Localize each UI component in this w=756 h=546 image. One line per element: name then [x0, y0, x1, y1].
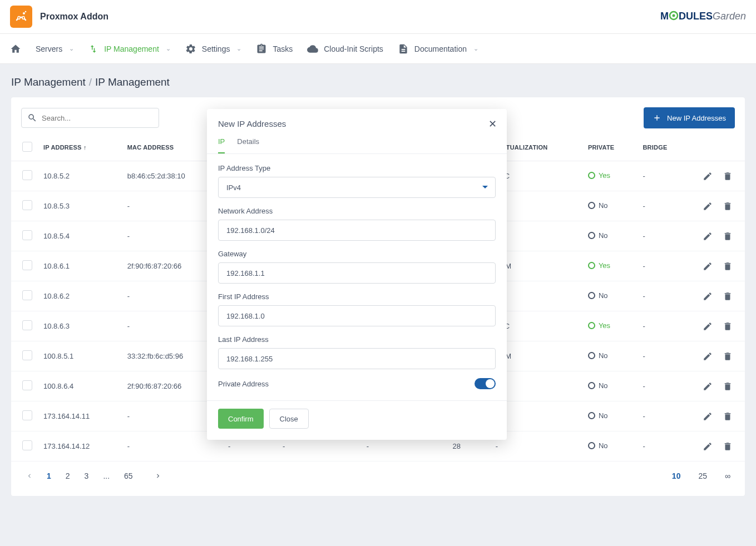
nav-settings[interactable]: Settings⌄ [185, 43, 242, 54]
nav-tasks[interactable]: Tasks [256, 43, 293, 54]
close-icon[interactable]: ✕ [488, 118, 497, 130]
svg-point-2 [18, 17, 20, 19]
col-private[interactable]: PRIVATE [582, 134, 638, 161]
confirm-button[interactable]: Confirm [218, 409, 264, 429]
delete-icon[interactable] [723, 171, 733, 181]
nav-home[interactable] [10, 43, 21, 54]
cell-private: No [582, 341, 638, 371]
row-checkbox[interactable] [22, 350, 32, 360]
gateway-label: Gateway [218, 250, 496, 258]
app-title: Proxmox Addon [40, 12, 108, 22]
cell-bridge: - [637, 341, 689, 371]
row-checkbox[interactable] [22, 320, 32, 330]
svg-point-0 [23, 12, 25, 14]
select-all-checkbox[interactable] [22, 142, 32, 152]
private-toggle[interactable] [475, 378, 496, 389]
page-3[interactable]: 3 [81, 469, 92, 483]
row-checkbox[interactable] [22, 200, 32, 210]
cell-ip: 10.8.6.1 [38, 251, 122, 281]
delete-icon[interactable] [723, 411, 733, 421]
type-label: IP Address Type [218, 164, 496, 172]
row-checkbox[interactable] [22, 440, 32, 450]
type-select[interactable]: IPv4 [218, 177, 496, 198]
pagesize-10[interactable]: 10 [669, 469, 684, 483]
row-checkbox[interactable] [22, 230, 32, 240]
delete-icon[interactable] [723, 201, 733, 211]
col-ip[interactable]: IP ADDRESS ↑ [38, 134, 122, 161]
cell-bridge: - [637, 431, 689, 461]
cell-private: No [582, 221, 638, 251]
delete-icon[interactable] [723, 291, 733, 301]
nav-ip-management[interactable]: IP Management⌄ [88, 44, 171, 54]
first-input[interactable] [218, 305, 496, 326]
page-...[interactable]: ... [100, 469, 113, 483]
svg-point-5 [672, 14, 675, 17]
tab-details[interactable]: Details [237, 137, 259, 153]
cell-bridge: - [637, 251, 689, 281]
chevron-down-icon: ⌄ [166, 45, 171, 52]
close-button[interactable]: Close [269, 409, 309, 429]
edit-icon[interactable] [703, 351, 713, 361]
edit-icon[interactable] [703, 321, 713, 331]
cell-private: Yes [582, 251, 638, 281]
delete-icon[interactable] [723, 261, 733, 271]
edit-icon[interactable] [703, 441, 713, 451]
col-bridge[interactable]: BRIDGE [637, 134, 689, 161]
cell-private: No [582, 371, 638, 401]
delete-icon[interactable] [723, 231, 733, 241]
page-2[interactable]: 2 [62, 469, 73, 483]
network-input[interactable] [218, 220, 496, 241]
chevron-down-icon: ⌄ [473, 45, 478, 52]
cell-private: No [582, 431, 638, 461]
page-next[interactable] [151, 470, 165, 482]
nav-documentation[interactable]: Documentation⌄ [398, 43, 478, 54]
gateway-input[interactable] [218, 262, 496, 284]
edit-icon[interactable] [703, 171, 713, 181]
edit-icon[interactable] [703, 201, 713, 211]
row-checkbox[interactable] [22, 260, 32, 270]
edit-icon[interactable] [703, 261, 713, 271]
first-label: First IP Address [218, 292, 496, 301]
cell-private: No [582, 281, 638, 311]
delete-icon[interactable] [723, 321, 733, 331]
tab-ip[interactable]: IP [218, 137, 225, 153]
edit-icon[interactable] [703, 231, 713, 241]
cell-private: Yes [582, 311, 638, 341]
pagesize-∞[interactable]: ∞ [722, 469, 734, 483]
cell-bridge: - [637, 311, 689, 341]
edit-icon[interactable] [703, 291, 713, 301]
page-prev[interactable] [22, 470, 37, 482]
row-checkbox[interactable] [22, 410, 32, 420]
pagesize-25[interactable]: 25 [695, 469, 710, 483]
cell-ip: 173.164.14.12 [38, 431, 122, 461]
nav-servers[interactable]: Servers⌄ [36, 44, 74, 53]
page-65[interactable]: 65 [121, 469, 136, 483]
page-1[interactable]: 1 [43, 469, 55, 483]
cell-ip: 10.8.5.2 [38, 161, 122, 191]
new-ip-button[interactable]: New IP Addresses [644, 107, 735, 128]
private-label: Private Address [218, 380, 269, 388]
new-ip-modal: New IP Addresses ✕ IP Details IP Address… [207, 109, 507, 440]
gear-icon [185, 43, 196, 54]
row-checkbox[interactable] [22, 170, 32, 180]
cell-ip: 10.8.6.3 [38, 311, 122, 341]
delete-icon[interactable] [723, 441, 733, 451]
cell-bridge: - [637, 161, 689, 191]
cell-private: No [582, 401, 638, 431]
edit-icon[interactable] [703, 381, 713, 391]
cloud-icon [307, 43, 318, 54]
row-checkbox[interactable] [22, 380, 32, 390]
row-checkbox[interactable] [22, 290, 32, 300]
chevron-down-icon: ⌄ [69, 45, 74, 52]
last-input[interactable] [218, 348, 496, 369]
cell-ip: 10.8.6.2 [38, 281, 122, 311]
cell-ip: 173.164.14.11 [38, 401, 122, 431]
delete-icon[interactable] [723, 381, 733, 391]
search-input[interactable] [42, 114, 153, 122]
delete-icon[interactable] [723, 351, 733, 361]
nav-cloud-init[interactable]: Cloud-Init Scripts [307, 43, 383, 54]
modal-title: New IP Addresses [218, 119, 496, 128]
app-logo [10, 6, 32, 28]
search-input-wrapper[interactable] [21, 108, 159, 128]
edit-icon[interactable] [703, 411, 713, 421]
